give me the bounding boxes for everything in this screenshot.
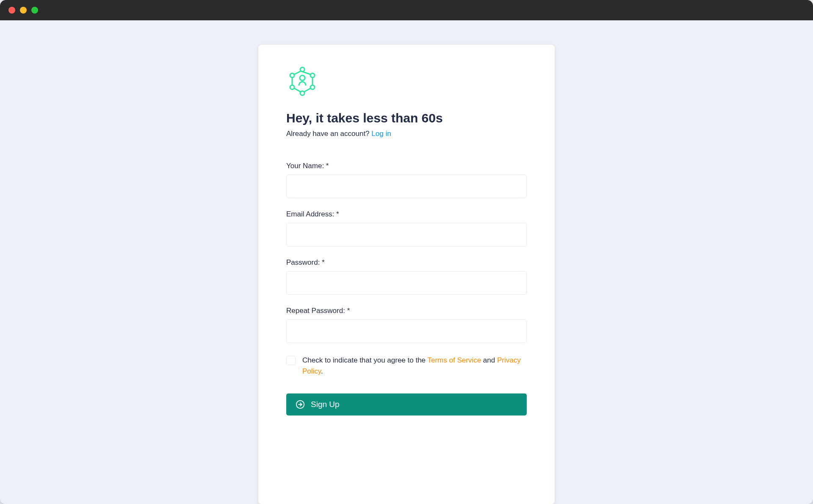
signup-button-label: Sign Up [311, 400, 340, 409]
password-label: Password: * [286, 258, 527, 267]
name-field-group: Your Name: * [286, 162, 527, 198]
logo-icon [286, 65, 527, 99]
svg-point-0 [300, 67, 304, 72]
svg-point-12 [300, 75, 305, 80]
terms-text: Check to indicate that you agree to the … [302, 355, 527, 377]
password-field-group: Password: * [286, 258, 527, 295]
app-window: Hey, it takes less than 60s Already have… [0, 0, 813, 504]
terms-prefix: Check to indicate that you agree to the [302, 356, 428, 364]
arrow-right-circle-icon [296, 400, 305, 409]
window-minimize-button[interactable] [20, 7, 27, 14]
repeat-password-input[interactable] [286, 319, 527, 343]
svg-line-9 [294, 88, 301, 92]
repeat-password-label: Repeat Password: * [286, 307, 527, 315]
signup-card: Hey, it takes less than 60s Already have… [258, 45, 555, 504]
window-close-button[interactable] [8, 7, 15, 14]
terms-of-service-link[interactable]: Terms of Service [428, 356, 481, 364]
svg-point-3 [300, 91, 304, 95]
terms-checkbox[interactable] [286, 356, 296, 365]
svg-point-4 [290, 85, 294, 89]
svg-line-11 [294, 71, 301, 75]
svg-line-8 [304, 88, 311, 92]
signup-heading: Hey, it takes less than 60s [286, 111, 527, 125]
svg-line-6 [302, 72, 311, 75]
login-link[interactable]: Log in [371, 130, 391, 138]
signup-button[interactable]: Sign Up [286, 393, 527, 415]
svg-point-2 [310, 85, 315, 89]
window-zoom-button[interactable] [31, 7, 38, 14]
content-area: Hey, it takes less than 60s Already have… [0, 20, 813, 504]
name-label: Your Name: * [286, 162, 527, 170]
email-field-group: Email Address: * [286, 210, 527, 246]
name-input[interactable] [286, 174, 527, 198]
window-titlebar [0, 0, 813, 20]
svg-point-1 [310, 73, 315, 78]
email-input[interactable] [286, 223, 527, 246]
terms-row: Check to indicate that you agree to the … [286, 355, 527, 377]
terms-suffix: . [321, 367, 323, 375]
terms-mid: and [481, 356, 497, 364]
login-prompt: Already have an account? Log in [286, 130, 527, 138]
password-input[interactable] [286, 271, 527, 295]
login-prompt-text: Already have an account? [286, 130, 371, 138]
repeat-password-field-group: Repeat Password: * [286, 307, 527, 343]
email-label: Email Address: * [286, 210, 527, 219]
svg-point-5 [290, 73, 294, 78]
